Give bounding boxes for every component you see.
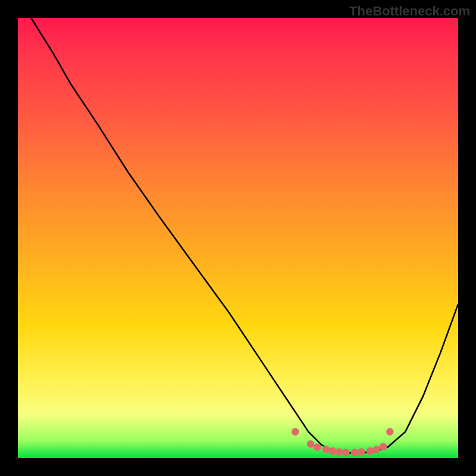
highlight-dot	[292, 428, 299, 436]
plot-area	[18, 18, 458, 458]
highlight-dot	[329, 447, 337, 455]
highlight-dot	[307, 440, 315, 448]
curve-svg	[18, 18, 458, 458]
highlight-dot	[373, 446, 381, 453]
chart-container: TheBottleneck.com	[0, 0, 476, 476]
highlight-dot	[342, 449, 350, 456]
highlight-dot	[386, 428, 394, 436]
highlight-dot	[351, 449, 359, 456]
highlight-dot	[336, 448, 343, 456]
watermark-text: TheBottleneck.com	[349, 4, 470, 19]
bottleneck-curve	[31, 18, 458, 453]
highlight-dot	[367, 447, 374, 455]
highlight-dots	[292, 428, 394, 456]
highlight-dot	[358, 448, 365, 456]
highlight-dot	[314, 443, 321, 451]
highlight-dot	[380, 443, 387, 450]
highlight-dot	[322, 446, 330, 453]
